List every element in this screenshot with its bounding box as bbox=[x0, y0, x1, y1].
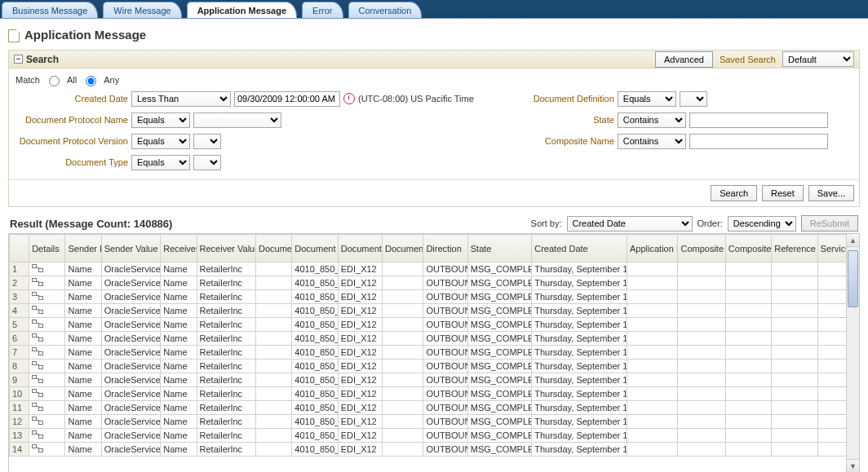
reset-button[interactable]: Reset bbox=[762, 185, 804, 201]
match-any-radio[interactable] bbox=[86, 76, 96, 86]
details-tree-icon[interactable] bbox=[32, 278, 43, 286]
table-cell[interactable] bbox=[29, 346, 65, 360]
tab-conversation[interactable]: Conversation bbox=[348, 2, 423, 18]
details-tree-icon[interactable] bbox=[32, 430, 43, 439]
table-row[interactable]: 12NameOracleServicesNameRetailerInc4010_… bbox=[10, 415, 859, 429]
table-row[interactable]: 14NameOracleServicesNameRetailerInc4010_… bbox=[10, 443, 859, 457]
table-cell[interactable] bbox=[29, 290, 65, 304]
table-cell[interactable] bbox=[29, 304, 65, 318]
details-tree-icon[interactable] bbox=[32, 320, 43, 328]
column-header[interactable]: Sender Value bbox=[101, 235, 160, 262]
table-cell[interactable] bbox=[29, 415, 65, 429]
table-cell bbox=[256, 332, 292, 346]
details-tree-icon[interactable] bbox=[32, 375, 43, 383]
table-cell[interactable] bbox=[29, 276, 65, 290]
tab-wire-message[interactable]: Wire Message bbox=[103, 2, 181, 18]
collapse-icon[interactable]: − bbox=[14, 55, 23, 64]
search-button[interactable]: Search bbox=[711, 185, 757, 201]
column-header[interactable]: Docume Type bbox=[256, 235, 292, 262]
table-row[interactable]: 7NameOracleServicesNameRetailerInc4010_8… bbox=[10, 346, 859, 360]
table-cell bbox=[678, 318, 725, 332]
details-tree-icon[interactable] bbox=[32, 264, 43, 272]
details-tree-icon[interactable] bbox=[32, 347, 43, 355]
order-select[interactable]: Descending bbox=[728, 216, 796, 232]
created-date-input[interactable] bbox=[234, 91, 340, 107]
table-row[interactable]: 5NameOracleServicesNameRetailerInc4010_8… bbox=[10, 318, 859, 332]
column-header[interactable]: Composite Name bbox=[678, 235, 725, 262]
table-cell[interactable] bbox=[29, 443, 65, 457]
scroll-up-arrow-icon[interactable]: ▲ bbox=[847, 234, 859, 247]
table-cell[interactable] bbox=[29, 318, 65, 332]
column-header[interactable]: Direction bbox=[423, 235, 467, 262]
table-row[interactable]: 2NameOracleServicesNameRetailerInc4010_8… bbox=[10, 276, 859, 290]
doc-type-op[interactable]: Equals bbox=[131, 155, 190, 170]
details-tree-icon[interactable] bbox=[32, 417, 43, 425]
column-header[interactable]: Receiver Id Type bbox=[161, 235, 197, 262]
vertical-scrollbar[interactable]: ▲ ▼ bbox=[846, 234, 859, 472]
composite-name-value[interactable] bbox=[689, 134, 828, 149]
table-row[interactable]: 9NameOracleServicesNameRetailerInc4010_8… bbox=[10, 373, 859, 387]
tab-error[interactable]: Error bbox=[302, 2, 343, 18]
doc-protocol-version-op[interactable]: Equals bbox=[131, 134, 190, 149]
column-header[interactable]: Document Protocol Version bbox=[383, 235, 423, 262]
datetime-picker-icon[interactable] bbox=[343, 93, 355, 104]
doc-protocol-version-value[interactable] bbox=[193, 134, 221, 149]
created-date-op[interactable]: Less Than bbox=[131, 91, 231, 107]
column-header[interactable]: Document Protocol Name bbox=[338, 235, 382, 262]
table-cell[interactable] bbox=[29, 429, 65, 443]
created-date-label: Created Date bbox=[16, 94, 128, 104]
table-row[interactable]: 10NameOracleServicesNameRetailerInc4010_… bbox=[10, 387, 859, 401]
column-header[interactable]: Reference Name bbox=[772, 235, 817, 262]
tab-business-message[interactable]: Business Message bbox=[2, 2, 98, 18]
column-header[interactable] bbox=[10, 235, 29, 262]
column-header[interactable]: State bbox=[467, 235, 532, 262]
resubmit-button[interactable]: ReSubmit bbox=[801, 215, 858, 232]
details-tree-icon[interactable] bbox=[32, 333, 43, 342]
state-value[interactable] bbox=[689, 112, 828, 128]
doc-definition-op[interactable]: Equals bbox=[618, 91, 676, 107]
details-tree-icon[interactable] bbox=[32, 403, 43, 411]
doc-protocol-name-value[interactable] bbox=[193, 112, 281, 128]
doc-type-value[interactable] bbox=[193, 155, 221, 170]
table-row[interactable]: 8NameOracleServicesNameRetailerInc4010_8… bbox=[10, 360, 859, 373]
column-header[interactable]: Details bbox=[29, 235, 65, 262]
tab-application-message[interactable]: Application Message bbox=[187, 2, 297, 18]
table-cell bbox=[772, 443, 817, 457]
table-cell[interactable] bbox=[29, 373, 65, 387]
column-header[interactable]: Receiver Value bbox=[197, 235, 255, 262]
column-header[interactable]: Created Date bbox=[532, 235, 627, 262]
scroll-down-arrow-icon[interactable]: ▼ bbox=[847, 459, 859, 472]
table-cell[interactable] bbox=[29, 262, 65, 276]
table-cell[interactable] bbox=[29, 360, 65, 373]
table-cell[interactable] bbox=[29, 332, 65, 346]
table-row[interactable]: 6NameOracleServicesNameRetailerInc4010_8… bbox=[10, 332, 859, 346]
doc-definition-value[interactable] bbox=[680, 91, 707, 107]
scroll-thumb[interactable] bbox=[848, 250, 858, 307]
table-row[interactable]: 1NameOracleServicesNameRetailerInc4010_8… bbox=[10, 262, 859, 276]
table-cell bbox=[627, 387, 678, 401]
save-button[interactable]: Save... bbox=[808, 185, 854, 201]
advanced-button[interactable]: Advanced bbox=[655, 51, 713, 68]
table-cell: OracleServices bbox=[101, 373, 160, 387]
column-header[interactable]: Composite Version bbox=[725, 235, 771, 262]
sortby-select[interactable]: Created Date bbox=[567, 216, 693, 232]
saved-search-select[interactable]: Default bbox=[782, 51, 854, 67]
table-row[interactable]: 3NameOracleServicesNameRetailerInc4010_8… bbox=[10, 290, 859, 304]
table-row[interactable]: 4NameOracleServicesNameRetailerInc4010_8… bbox=[10, 304, 859, 318]
table-row[interactable]: 13NameOracleServicesNameRetailerInc4010_… bbox=[10, 429, 859, 443]
table-cell[interactable] bbox=[29, 401, 65, 415]
state-op[interactable]: Contains bbox=[618, 112, 686, 128]
column-header[interactable]: Sender Id Type bbox=[65, 235, 101, 262]
details-tree-icon[interactable] bbox=[32, 389, 43, 397]
match-all-radio[interactable] bbox=[49, 76, 60, 86]
column-header[interactable]: Application Name bbox=[627, 235, 678, 262]
table-row[interactable]: 11NameOracleServicesNameRetailerInc4010_… bbox=[10, 401, 859, 415]
column-header[interactable]: Document Definition bbox=[292, 235, 338, 262]
details-tree-icon[interactable] bbox=[32, 361, 43, 369]
doc-protocol-name-op[interactable]: Equals bbox=[131, 112, 190, 128]
composite-name-op[interactable]: Contains bbox=[618, 134, 686, 149]
details-tree-icon[interactable] bbox=[32, 306, 43, 314]
details-tree-icon[interactable] bbox=[32, 444, 43, 452]
details-tree-icon[interactable] bbox=[32, 292, 43, 300]
table-cell[interactable] bbox=[29, 387, 65, 401]
